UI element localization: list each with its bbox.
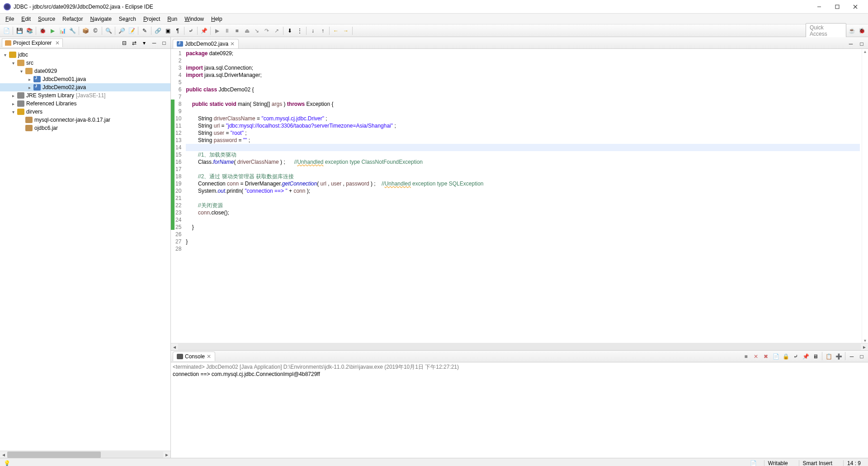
coverage-button[interactable]: 📊 — [58, 26, 67, 35]
console-pin-button[interactable]: 📌 — [801, 352, 810, 361]
tree-ref-lib[interactable]: ▸ Referenced Libraries — [0, 100, 170, 108]
main-toolbar: 📄 💾 📚 🐞 ▶ 📊 🔧 📦 © 🔍 🔎 📝 ✎ 🔗 ▣ ¶ ⤶ 📌 ▶ ⏸ … — [0, 24, 868, 37]
step-return-button[interactable]: ↗ — [272, 26, 281, 35]
next-annotation-button[interactable]: ↓ — [308, 26, 317, 35]
save-all-button[interactable]: 📚 — [25, 26, 34, 35]
close-console-icon[interactable]: ✕ — [207, 353, 211, 360]
prev-annotation-button[interactable]: ↑ — [318, 26, 327, 35]
menu-help[interactable]: Help — [208, 15, 226, 23]
tree-jre[interactable]: ▸ JRE System Library [JavaSE-11] — [0, 91, 170, 100]
console-minimize-button[interactable]: ─ — [847, 352, 856, 361]
console-remove-all-button[interactable]: ✖ — [761, 352, 770, 361]
open-type-button[interactable]: 🔍 — [104, 26, 113, 35]
console-open-button[interactable]: 📋 — [824, 352, 833, 361]
java-file-icon — [177, 41, 183, 47]
close-button[interactable] — [846, 0, 864, 13]
toggle-breadcrumb-button[interactable]: 🔗 — [153, 26, 162, 35]
code-editor[interactable]: 1234567891011121314151617181920212223242… — [171, 49, 868, 343]
console-word-wrap-button[interactable]: ⤶ — [791, 352, 800, 361]
debug-button[interactable]: 🐞 — [38, 26, 47, 35]
tree-file1[interactable]: ▸ JdbcDemo01.java — [0, 75, 170, 83]
project-tree[interactable]: ▾ jdbc ▾ src ▾ date0929 ▸ JdbcDemo01.jav… — [0, 49, 170, 451]
run-button[interactable]: ▶ — [48, 26, 57, 35]
toggle-block-button[interactable]: ▣ — [163, 26, 172, 35]
console-display-button[interactable]: 🖥 — [811, 352, 820, 361]
console-clear-button[interactable]: 📄 — [771, 352, 780, 361]
terminate-button[interactable]: ■ — [232, 26, 241, 35]
tree-file2[interactable]: ▸ JdbcDemo02.java — [0, 83, 170, 91]
new-package-button[interactable]: 📦 — [81, 26, 90, 35]
console-status-line: <terminated> JdbcDemo02 [Java Applicatio… — [173, 363, 866, 371]
project-explorer-icon — [5, 40, 11, 46]
drop-to-frame-button[interactable]: ⬇ — [285, 26, 294, 35]
task-button[interactable]: ✎ — [140, 26, 149, 35]
forward-button[interactable]: → — [341, 26, 350, 35]
tree-project[interactable]: ▾ jdbc — [0, 51, 170, 59]
tree-horizontal-scrollbar[interactable]: ◂ ▸ — [0, 451, 170, 458]
new-button[interactable]: 📄 — [2, 26, 11, 35]
editor-tab-label: JdbcDemo02.java — [185, 41, 228, 47]
menu-search[interactable]: Search — [115, 15, 140, 23]
perspective-java-button[interactable]: ☕ — [847, 26, 856, 35]
minimize-view-button[interactable]: ─ — [150, 38, 159, 48]
pin-button[interactable]: 📌 — [199, 26, 208, 35]
menu-project[interactable]: Project — [140, 15, 164, 23]
quick-access-input[interactable]: Quick Access — [806, 23, 846, 38]
eclipse-icon — [4, 3, 11, 10]
tree-driver1[interactable]: mysql-connector-java-8.0.17.jar — [0, 116, 170, 124]
collapse-all-button[interactable]: ⊟ — [120, 38, 129, 48]
perspective-debug-button[interactable]: 🐞 — [857, 26, 866, 35]
menu-file[interactable]: File — [2, 15, 18, 23]
close-view-icon[interactable]: ✕ — [55, 40, 60, 46]
console-maximize-button[interactable]: □ — [857, 352, 866, 361]
console-icon — [177, 354, 183, 359]
lightbulb-icon: 💡 — [4, 460, 10, 466]
console-tab[interactable]: Console ✕ — [173, 352, 215, 361]
minimize-editor-button[interactable]: ─ — [846, 39, 855, 48]
console-terminate-button[interactable]: ■ — [741, 352, 750, 361]
view-menu-button[interactable]: ▾ — [140, 38, 149, 48]
maximize-editor-button[interactable]: □ — [857, 39, 866, 48]
suspend-button[interactable]: ⏸ — [222, 26, 231, 35]
minimize-button[interactable] — [810, 0, 828, 13]
console-scroll-lock-button[interactable]: 🔒 — [781, 352, 790, 361]
console-new-button[interactable]: ➕ — [834, 352, 843, 361]
editor-horizontal-scrollbar[interactable]: ◂ ▸ — [171, 343, 868, 350]
step-over-button[interactable]: ↷ — [262, 26, 271, 35]
maximize-button[interactable] — [828, 0, 846, 13]
menu-edit[interactable]: Edit — [18, 15, 34, 23]
toggle-word-wrap-button[interactable]: ⤶ — [186, 26, 195, 35]
disconnect-button[interactable]: ⏏ — [242, 26, 251, 35]
toggle-whitespace-button[interactable]: ¶ — [173, 26, 182, 35]
tree-src[interactable]: ▾ src — [0, 59, 170, 67]
menu-source[interactable]: Source — [34, 15, 59, 23]
tree-package[interactable]: ▾ date0929 — [0, 67, 170, 75]
back-button[interactable]: ← — [331, 26, 340, 35]
maximize-view-button[interactable]: □ — [160, 38, 169, 48]
status-icon: 📄 — [750, 460, 757, 466]
ruler-up-icon[interactable]: ▴ — [862, 49, 868, 54]
menu-bar: File Edit Source Refactor Navigate Searc… — [0, 14, 868, 24]
menu-run[interactable]: Run — [164, 15, 181, 23]
status-writable: Writable — [764, 460, 792, 466]
ruler-down-icon[interactable]: ▾ — [862, 338, 868, 343]
console-remove-button[interactable]: ✕ — [751, 352, 760, 361]
link-editor-button[interactable]: ⇄ — [130, 38, 139, 48]
tree-driver2[interactable]: ojdbc6.jar — [0, 124, 170, 132]
close-tab-icon[interactable]: ✕ — [230, 41, 235, 47]
menu-refactor[interactable]: Refactor — [59, 15, 86, 23]
step-into-button[interactable]: ↘ — [252, 26, 261, 35]
menu-window[interactable]: Window — [181, 15, 208, 23]
search-button[interactable]: 🔎 — [117, 26, 126, 35]
overview-ruler[interactable]: ▴ ▾ — [862, 49, 868, 343]
menu-navigate[interactable]: Navigate — [86, 15, 115, 23]
new-class-button[interactable]: © — [91, 26, 100, 35]
editor-tab[interactable]: JdbcDemo02.java ✕ — [173, 39, 239, 48]
toggle-mark-button[interactable]: 📝 — [127, 26, 136, 35]
step-filters-button[interactable]: ⋮ — [295, 26, 304, 35]
external-tools-button[interactable]: 🔧 — [68, 26, 77, 35]
save-button[interactable]: 💾 — [15, 26, 24, 35]
tree-drivers[interactable]: ▾ dirvers — [0, 108, 170, 116]
resume-button[interactable]: ▶ — [212, 26, 222, 35]
console-output[interactable]: <terminated> JdbcDemo02 [Java Applicatio… — [171, 362, 868, 458]
